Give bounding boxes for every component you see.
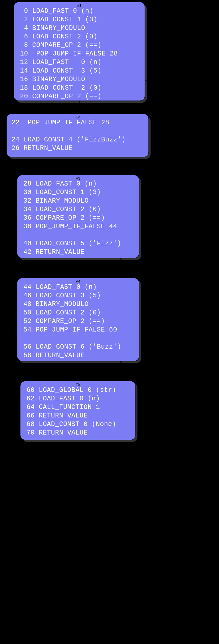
- bytecode-line: 62 LOAD_FAST 0 (n): [27, 395, 100, 402]
- bytecode-line: 66 RETURN_VALUE: [27, 412, 88, 419]
- bytecode-line: 68 LOAD_CONST 0 (None): [27, 421, 116, 428]
- bytecode-block-1: #1 0 LOAD_FAST 0 (n) 2 LOAD_CONST 1 (3) …: [14, 2, 147, 103]
- bytecode-block-4: #4 44 LOAD_FAST 0 (n)46 LOAD_CONST 3 (5)…: [17, 278, 141, 363]
- bytecode-line: 20 COMPARE_OP 2 (==): [20, 93, 102, 100]
- bytecode-line: 4 BINARY_MODULO: [20, 24, 85, 32]
- bytecode-line: 70 RETURN_VALUE: [27, 429, 88, 437]
- bytecode-line: 16 BINARY_MODULO: [20, 76, 85, 83]
- edge-3-to-4: [120, 258, 129, 278]
- bytecode-line: 52 COMPARE_OP 2 (==): [23, 318, 105, 325]
- bytecode-line: 64 CALL_FUNCTION 1: [27, 404, 100, 411]
- bytecode-line: 50 LOAD_CONST 2 (0): [23, 309, 101, 316]
- bytecode-line: 38 POP_JUMP_IF_FALSE 44: [23, 223, 117, 230]
- bytecode-line: 28 LOAD_FAST 0 (n): [23, 180, 97, 188]
- bytecode-line: 12 LOAD_FAST 0 (n): [20, 59, 102, 66]
- bytecode-line: 54 POP_JUMP_IF_FALSE 60: [23, 326, 117, 334]
- bytecode-line: 18 LOAD_CONST 2 (0): [20, 84, 102, 92]
- bytecode-block-2: #2 22 POP_JUMP_IF_FALSE 2824 LOAD_CONST …: [7, 114, 151, 159]
- bytecode-line: 58 RETURN_VALUE: [23, 352, 85, 359]
- block-label: #1: [77, 3, 82, 8]
- block-label: #5: [76, 382, 80, 387]
- bytecode-line: 46 LOAD_CONST 3 (5): [23, 292, 101, 299]
- bytecode-line: 32 BINARY_MODULO: [23, 197, 89, 205]
- bytecode-line: 48 BINARY_MODULO: [23, 301, 89, 308]
- bytecode-line: 24 LOAD_CONST 4 ('FizzBuzz'): [11, 136, 125, 143]
- bytecode-block-3: #3 28 LOAD_FAST 0 (n)30 LOAD_CONST 1 (3)…: [17, 175, 141, 260]
- bytecode-flow-diagram: #1 0 LOAD_FAST 0 (n) 2 LOAD_CONST 1 (3) …: [0, 0, 219, 644]
- bytecode-line: 6 LOAD_CONST 2 (0): [20, 33, 98, 40]
- edge-4-to-5: [120, 361, 128, 381]
- bytecode-line: 34 LOAD_CONST 2 (0): [23, 206, 101, 213]
- bytecode-line: 56 LOAD_CONST 6 ('Buzz'): [23, 343, 121, 351]
- bytecode-line: 10 POP_JUMP_IF_FALSE 28: [20, 50, 118, 57]
- bytecode-line: 14 LOAD_CONST 3 (5): [20, 67, 102, 75]
- bytecode-line: 60 LOAD_GLOBAL 0 (str): [27, 386, 116, 394]
- bytecode-line: 42 RETURN_VALUE: [23, 248, 85, 256]
- bytecode-block-5: #5 60 LOAD_GLOBAL 0 (str)62 LOAD_FAST 0 …: [20, 381, 137, 442]
- bytecode-line: 0 LOAD_FAST 0 (n): [20, 7, 93, 15]
- bytecode-line: 30 LOAD_CONST 1 (3): [23, 189, 101, 196]
- block-label: #4: [76, 279, 80, 284]
- bytecode-line: 40 LOAD_CONST 5 ('Fizz'): [23, 240, 121, 247]
- bytecode-line: 8 COMPARE_OP 2 (==): [20, 42, 102, 49]
- bytecode-line: 26 RETURN_VALUE: [11, 145, 73, 152]
- bytecode-line: 44 LOAD_FAST 0 (n): [23, 283, 97, 291]
- bytecode-line: 36 COMPARE_OP 2 (==): [23, 214, 105, 222]
- bytecode-line: 22 POP_JUMP_IF_FALSE 28: [11, 119, 109, 126]
- bytecode-line: 2 LOAD_CONST 1 (3): [20, 16, 98, 23]
